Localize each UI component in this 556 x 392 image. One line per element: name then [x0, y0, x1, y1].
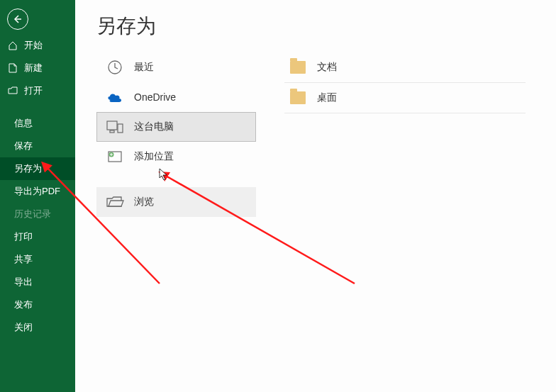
location-onedrive[interactable]: OneDrive — [96, 82, 256, 112]
thispc-icon — [106, 118, 124, 136]
svg-rect-2 — [118, 124, 123, 133]
folder-label: 文档 — [317, 61, 337, 74]
sidebar-item-share[interactable]: 共享 — [0, 248, 75, 271]
svg-rect-3 — [110, 130, 114, 133]
browse-label: 浏览 — [134, 196, 154, 208]
open-folder-icon — [7, 85, 18, 96]
folder-item-documents[interactable]: 文档 — [284, 52, 526, 83]
folder-item-desktop[interactable]: 桌面 — [284, 83, 526, 113]
sidebar-item-publish[interactable]: 发布 — [0, 293, 75, 316]
onedrive-icon — [106, 88, 124, 106]
sidebar-item-info[interactable]: 信息 — [0, 112, 75, 135]
back-button[interactable] — [7, 9, 28, 30]
sidebar-label-open: 打开 — [24, 84, 43, 97]
sidebar-item-history: 历史记录 — [0, 203, 75, 225]
location-label: 添加位置 — [134, 150, 174, 163]
folder-label: 桌面 — [317, 91, 337, 104]
sidebar-label-home: 开始 — [24, 39, 43, 52]
recent-icon — [106, 58, 124, 77]
add-location-icon — [106, 147, 124, 166]
sidebar-item-close[interactable]: 关闭 — [0, 316, 75, 339]
location-label: 最近 — [134, 61, 154, 74]
sidebar-item-exportpdf[interactable]: 导出为PDF — [0, 180, 75, 203]
sidebar-item-saveas[interactable]: 另存为 — [0, 157, 75, 180]
sidebar-item-home[interactable]: 开始 — [0, 34, 75, 57]
new-file-icon — [7, 62, 18, 74]
locations-column: 最近 OneDrive 这台电脑 — [96, 52, 256, 217]
sidebar-label-new: 新建 — [24, 62, 43, 74]
location-label: 这台电脑 — [134, 121, 174, 133]
svg-rect-1 — [107, 121, 117, 130]
home-icon — [7, 40, 18, 51]
browse-folder-icon — [106, 193, 124, 211]
backstage-sidebar: 开始 新建 打开 信息 保存 另存为 导出为PDF 历史记录 打印 共享 导出 … — [0, 0, 75, 392]
folders-column: 文档 桌面 — [284, 52, 526, 217]
sidebar-item-print[interactable]: 打印 — [0, 225, 75, 248]
sidebar-item-new[interactable]: 新建 — [0, 57, 75, 79]
folder-icon — [290, 61, 306, 74]
location-recent[interactable]: 最近 — [96, 52, 256, 82]
location-thispc[interactable]: 这台电脑 — [96, 112, 256, 142]
arrow-left-icon — [12, 13, 23, 25]
page-title: 另存为 — [96, 13, 556, 40]
folder-icon — [290, 91, 306, 104]
cursor-icon — [159, 168, 169, 181]
location-label: OneDrive — [134, 91, 176, 103]
sidebar-item-export[interactable]: 导出 — [0, 271, 75, 293]
location-addplace[interactable]: 添加位置 — [96, 142, 256, 172]
sidebar-item-save[interactable]: 保存 — [0, 135, 75, 157]
browse-button[interactable]: 浏览 — [96, 187, 256, 217]
sidebar-item-open[interactable]: 打开 — [0, 79, 75, 102]
content-pane: 另存为 最近 OneDrive — [75, 0, 556, 392]
